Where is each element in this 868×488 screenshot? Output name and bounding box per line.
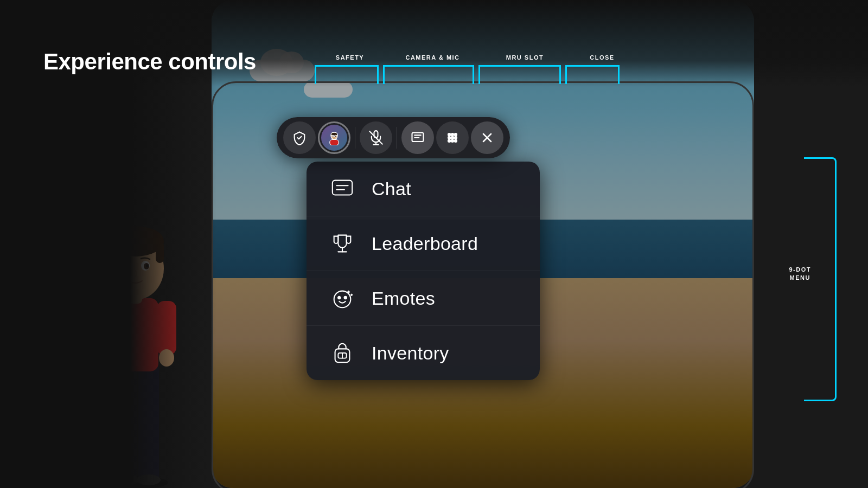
- separator-2: [397, 127, 397, 149]
- safety-bracket: [315, 65, 379, 84]
- mru-bracket: [478, 65, 561, 84]
- control-bracket-row: [315, 65, 624, 84]
- inventory-menu-svg: [330, 341, 355, 365]
- menu-item-emotes[interactable]: Emotes: [307, 271, 540, 326]
- leaderboard-menu-icon: [328, 229, 356, 258]
- mic-off-icon: [368, 130, 384, 145]
- apps-button[interactable]: [436, 121, 469, 154]
- leaderboard-menu-svg: [330, 231, 355, 256]
- svg-rect-32: [412, 133, 424, 142]
- safety-label: SAFETY: [315, 54, 385, 61]
- inventory-menu-label: Inventory: [372, 343, 449, 364]
- svg-point-53: [344, 297, 347, 299]
- close-bracket: [565, 65, 620, 84]
- nine-dot-label: 9-DOTMENU: [789, 266, 812, 282]
- svg-point-38: [448, 137, 450, 139]
- nine-dot-icon: [445, 130, 460, 145]
- svg-point-28: [335, 135, 336, 137]
- svg-point-39: [451, 137, 454, 139]
- svg-point-40: [455, 137, 457, 139]
- chat-menu-label: Chat: [372, 178, 411, 200]
- control-labels: SAFETY CAMERA & MIC MRU SLOT CLOSE: [315, 54, 635, 61]
- svg-point-35: [448, 133, 450, 136]
- page-title: Experience controls: [43, 49, 256, 75]
- close-icon: [480, 130, 495, 145]
- mru-slot-label: MRU SLOT: [480, 54, 570, 61]
- avatar-button[interactable]: [318, 121, 350, 154]
- menu-item-chat[interactable]: Chat: [307, 162, 540, 216]
- chat-menu-svg: [330, 176, 355, 201]
- svg-rect-46: [333, 181, 352, 195]
- svg-point-52: [338, 297, 341, 299]
- close-label: CLOSE: [570, 54, 635, 61]
- svg-point-37: [455, 133, 457, 136]
- leaderboard-menu-label: Leaderboard: [372, 233, 478, 254]
- menu-item-inventory[interactable]: Inventory: [307, 326, 540, 380]
- chat-menu-icon: [328, 175, 356, 203]
- svg-rect-24: [330, 140, 339, 146]
- menu-item-leaderboard[interactable]: Leaderboard: [307, 216, 540, 271]
- camera-mic-label: CAMERA & MIC: [385, 54, 480, 61]
- inventory-menu-icon: [328, 339, 356, 367]
- avatar-thumbnail: [321, 125, 347, 151]
- emotes-menu-svg: [330, 286, 355, 311]
- svg-point-36: [451, 133, 454, 136]
- close-button[interactable]: [471, 121, 503, 154]
- mic-mute-button[interactable]: [360, 121, 392, 154]
- camera-bracket: [383, 65, 474, 84]
- control-bar: [277, 117, 510, 158]
- shield-check-icon: [292, 130, 307, 145]
- nine-dot-dropdown-menu: Chat Leaderboard: [307, 162, 540, 380]
- svg-point-43: [455, 140, 457, 142]
- svg-point-27: [332, 135, 334, 137]
- svg-point-42: [451, 140, 454, 142]
- chat-button[interactable]: [401, 121, 434, 154]
- separator-1: [355, 127, 355, 149]
- emotes-menu-icon: [328, 284, 356, 312]
- svg-point-41: [448, 140, 450, 142]
- safety-button[interactable]: [283, 121, 316, 154]
- emotes-menu-label: Emotes: [372, 288, 435, 309]
- chat-icon: [410, 130, 425, 145]
- svg-point-51: [334, 291, 351, 308]
